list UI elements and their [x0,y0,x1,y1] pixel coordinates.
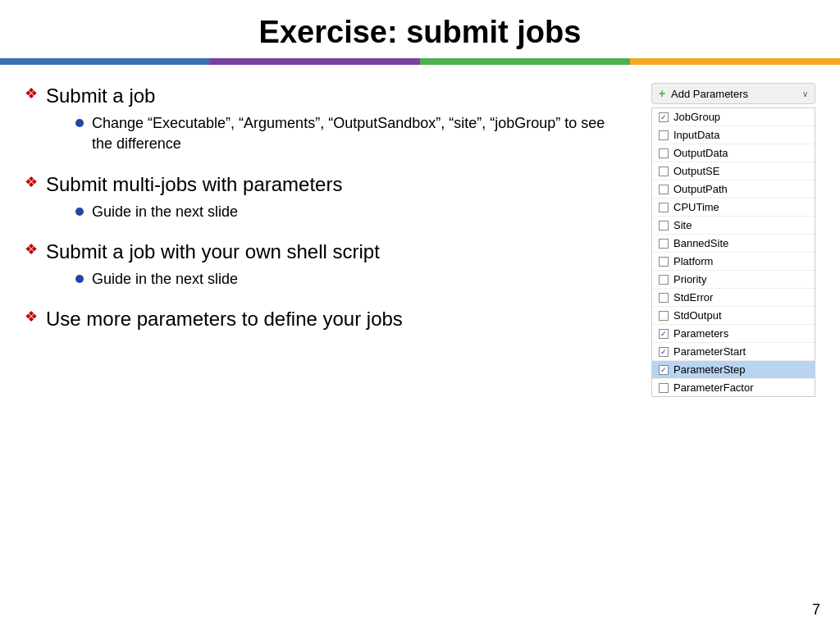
param-item-bannedsite[interactable]: BannedSite [652,235,815,253]
param-label-platform: Platform [673,255,713,267]
chevron-down-icon: ∨ [802,89,808,98]
param-item-platform[interactable]: Platform [652,253,815,271]
param-checkbox-outputpath[interactable] [659,185,669,194]
param-label-parameters: Parameters [673,327,728,340]
left-content: ❖ Submit a job Change “Executable”, “Arg… [25,83,635,614]
param-checkbox-parameterfactor[interactable] [659,383,669,393]
param-checkbox-parameterstep[interactable]: ✓ [659,365,669,375]
bar-purple [210,58,420,65]
bullet-item-4: ❖ Use more parameters to define your job… [25,306,627,331]
bullet-text-1: Submit a job [46,84,155,107]
bar-blue [0,58,210,65]
param-item-parameters[interactable]: ✓Parameters [652,325,815,343]
bullet-item-2: ❖ Submit multi-jobs with parameters Guid… [25,171,627,227]
blue-dot-icon [75,119,84,127]
param-checkbox-outputdata[interactable] [659,148,669,158]
bullet-item-1: ❖ Submit a job Change “Executable”, “Arg… [25,83,627,160]
bullet-text-4: Use more parameters to define your jobs [46,308,403,330]
sub-text-2-1: Guide in the next slide [92,202,238,222]
param-label-cputime: CPUTime [673,201,719,213]
param-item-stdoutput[interactable]: StdOutput [652,307,815,325]
param-label-parameterstep: ParameterStep [673,363,745,376]
param-item-outputpath[interactable]: OutputPath [652,180,815,199]
param-checkbox-priority[interactable] [659,275,669,285]
diamond-icon-1: ❖ [25,84,38,103]
param-label-outputdata: OutputData [673,147,728,159]
diamond-icon-2: ❖ [25,173,38,191]
param-checkbox-stdoutput[interactable] [659,311,669,321]
param-item-jobgroup[interactable]: ✓JobGroup [652,108,815,126]
param-label-outputse: OutputSE [673,165,719,177]
param-label-stderror: StdError [673,291,713,304]
param-item-parameterstart[interactable]: ✓ParameterStart [652,343,815,361]
param-label-bannedsite: BannedSite [673,237,728,249]
param-checkbox-site[interactable] [659,221,669,231]
param-checkbox-outputse[interactable] [659,167,669,176]
blue-dot-icon-2 [75,208,84,216]
slide-title: Exercise: submit jobs [0,15,840,50]
sub-text-1-1: Change “Executable”, “Arguments”, “Outpu… [92,113,627,154]
bar-green [420,58,630,65]
params-list: ✓JobGroupInputDataOutputDataOutputSEOutp… [651,107,815,397]
param-item-site[interactable]: Site [652,217,815,235]
param-checkbox-platform[interactable] [659,257,669,267]
sub-bullets-2: Guide in the next slide [75,202,342,222]
param-label-jobgroup: JobGroup [673,111,720,123]
param-label-priority: Priority [673,273,706,285]
sub-bullets-3: Guide in the next slide [75,269,380,290]
param-item-outputse[interactable]: OutputSE [652,162,815,180]
param-label-parameterstart: ParameterStart [673,345,746,358]
sub-bullet-3-1: Guide in the next slide [75,269,380,290]
bullet-text-2: Submit multi-jobs with parameters [46,173,342,195]
param-checkbox-stderror[interactable] [659,293,669,303]
page-number: 7 [812,601,820,619]
param-item-parameterfactor[interactable]: ParameterFactor [652,379,815,396]
add-params-label: Add Parameters [671,88,748,100]
param-item-inputdata[interactable]: InputData [652,126,815,144]
bullet-item-3: ❖ Submit a job with your own shell scrip… [25,239,627,294]
param-checkbox-jobgroup[interactable]: ✓ [659,112,669,122]
param-label-inputdata: InputData [673,129,719,141]
diamond-icon-4: ❖ [25,308,38,326]
sub-bullet-1-1: Change “Executable”, “Arguments”, “Outpu… [75,113,627,154]
param-checkbox-parameterstart[interactable]: ✓ [659,347,669,357]
sub-text-3-1: Guide in the next slide [92,269,238,290]
param-label-site: Site [673,219,692,231]
bullet-text-3: Submit a job with your own shell script [46,240,380,262]
title-area: Exercise: submit jobs [0,0,840,58]
color-bar [0,58,840,65]
add-parameters-button[interactable]: + Add Parameters ∨ [651,83,815,104]
param-item-cputime[interactable]: CPUTime [652,199,815,217]
sub-bullets-1: Change “Executable”, “Arguments”, “Outpu… [75,113,627,154]
param-checkbox-inputdata[interactable] [659,130,669,140]
blue-dot-icon-3 [75,275,84,283]
param-label-stdoutput: StdOutput [673,309,722,322]
param-label-parameterfactor: ParameterFactor [673,381,754,394]
right-panel: + Add Parameters ∨ ✓JobGroupInputDataOut… [651,83,815,614]
param-checkbox-bannedsite[interactable] [659,239,669,249]
param-item-outputdata[interactable]: OutputData [652,144,815,162]
plus-icon: + [659,87,665,100]
param-checkbox-parameters[interactable]: ✓ [659,329,669,339]
param-checkbox-cputime[interactable] [659,203,669,212]
sub-bullet-2-1: Guide in the next slide [75,202,342,222]
param-item-stderror[interactable]: StdError [652,289,815,307]
param-item-priority[interactable]: Priority [652,271,815,289]
diamond-icon-3: ❖ [25,240,38,258]
content-area: ❖ Submit a job Change “Executable”, “Arg… [0,65,840,623]
param-label-outputpath: OutputPath [673,183,728,195]
bar-orange [630,58,840,65]
param-item-parameterstep[interactable]: ✓ParameterStep [652,361,815,379]
